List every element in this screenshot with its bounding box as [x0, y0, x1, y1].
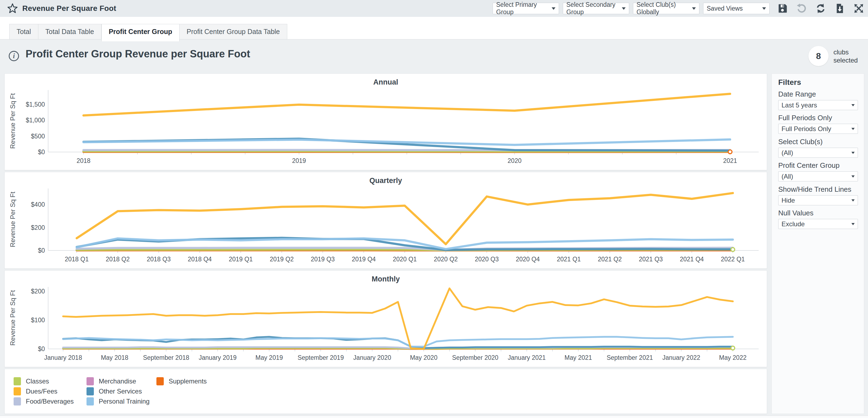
svg-text:2021 Q3: 2021 Q3	[639, 256, 663, 263]
svg-text:January 2019: January 2019	[198, 354, 237, 361]
svg-text:2020 Q3: 2020 Q3	[475, 256, 499, 263]
svg-text:2018 Q4: 2018 Q4	[188, 256, 212, 263]
svg-text:$400: $400	[31, 201, 45, 208]
chart-legend: Classes Dues/Fees Food/Beverages Merchan…	[4, 369, 767, 414]
svg-text:September 2018: September 2018	[143, 354, 189, 361]
tab-profit-center-group[interactable]: Profit Center Group	[101, 24, 180, 41]
svg-text:Revenue Per Sq Ft: Revenue Per Sq Ft	[9, 93, 16, 149]
svg-text:$0: $0	[38, 247, 45, 254]
svg-text:2021 Q2: 2021 Q2	[598, 256, 622, 263]
svg-text:2018 Q3: 2018 Q3	[147, 256, 170, 263]
chevron-down-icon	[851, 104, 855, 106]
clubs-selected-label: clubs selected	[833, 48, 866, 64]
svg-text:$500: $500	[31, 133, 45, 140]
svg-text:2022 Q1: 2022 Q1	[721, 256, 745, 263]
refresh-icon[interactable]	[815, 3, 826, 14]
select-primary-group[interactable]: Select Primary Group	[493, 3, 559, 14]
save-icon[interactable]	[777, 3, 788, 14]
svg-text:May 2021: May 2021	[564, 354, 592, 361]
chevron-down-icon	[851, 128, 855, 130]
tab-total-data-table[interactable]: Total Data Table	[38, 24, 101, 39]
svg-text:2018 Q2: 2018 Q2	[106, 256, 130, 263]
saved-views-select[interactable]: Saved Views	[703, 3, 770, 14]
food-beverages-swatch-icon	[13, 397, 21, 406]
supplements-swatch-icon	[156, 377, 164, 385]
profit-center-group-select[interactable]: (All)	[778, 171, 858, 182]
clubs-selected-count: 8	[808, 46, 829, 66]
svg-text:September 2021: September 2021	[607, 354, 653, 361]
svg-text:May 2019: May 2019	[255, 354, 283, 361]
svg-text:Revenue Per Sq Ft: Revenue Per Sq Ft	[9, 290, 16, 346]
svg-text:2020 Q1: 2020 Q1	[393, 256, 417, 263]
filter-full-periods: Full Periods Only Full Periods Only	[778, 114, 858, 134]
svg-text:2021: 2021	[723, 157, 737, 164]
monthly-chart-card: Monthly January 2018May 2018September 20…	[4, 270, 767, 367]
dues-fees-swatch-icon	[13, 387, 21, 395]
select-clubs-globally[interactable]: Select Club(s) Globally	[633, 3, 699, 14]
personal-training-swatch-icon	[87, 397, 94, 406]
tab-total[interactable]: Total	[9, 24, 38, 39]
svg-text:May 2018: May 2018	[101, 354, 128, 361]
undo-icon[interactable]	[796, 3, 807, 14]
svg-text:$0: $0	[38, 345, 45, 352]
annual-chart[interactable]: 2018201920202021$0$500$1,000$1,500Revenu…	[5, 86, 767, 170]
classes-swatch-icon	[13, 377, 21, 385]
svg-text:January 2020: January 2020	[353, 354, 391, 361]
null-values-select[interactable]: Exclude	[778, 219, 858, 229]
svg-text:2019 Q3: 2019 Q3	[311, 256, 335, 263]
svg-text:Revenue Per Sq Ft: Revenue Per Sq Ft	[9, 192, 16, 247]
svg-text:2019 Q1: 2019 Q1	[229, 256, 253, 263]
annual-chart-card: Annual 2018201920202021$0$500$1,000$1,50…	[4, 73, 767, 170]
svg-text:January 2018: January 2018	[44, 354, 82, 361]
svg-text:May 2020: May 2020	[410, 354, 437, 361]
chevron-down-icon	[851, 223, 855, 225]
favorite-star-icon[interactable]	[7, 3, 18, 14]
info-icon[interactable]: i	[8, 50, 20, 62]
monthly-chart-title: Monthly	[5, 270, 767, 283]
svg-text:May 2022: May 2022	[719, 354, 746, 361]
svg-text:$1,000: $1,000	[26, 117, 45, 124]
chevron-down-icon	[851, 199, 855, 201]
monthly-chart[interactable]: January 2018May 2018September 2018Januar…	[5, 283, 767, 367]
quarterly-chart[interactable]: 2018 Q12018 Q22018 Q32018 Q42019 Q12019 …	[5, 185, 767, 268]
svg-text:2020: 2020	[507, 157, 522, 164]
svg-text:2018 Q1: 2018 Q1	[65, 256, 89, 263]
legend-item-food-beverages: Food/Beverages	[13, 397, 87, 406]
chevron-down-icon	[762, 7, 766, 10]
svg-text:i: i	[13, 52, 15, 60]
legend-item-supplements: Supplements	[156, 377, 207, 385]
app-header: Revenue Per Square Foot Select Primary G…	[0, 0, 868, 17]
svg-text:September 2020: September 2020	[452, 354, 498, 361]
svg-text:January 2021: January 2021	[508, 354, 546, 361]
date-range-select[interactable]: Last 5 years	[778, 100, 858, 110]
legend-item-classes: Classes	[13, 377, 87, 385]
tab-strip: Total Total Data Table Profit Center Gro…	[0, 17, 868, 39]
chevron-down-icon	[622, 7, 626, 10]
svg-text:$1,500: $1,500	[26, 101, 45, 108]
chevron-down-icon	[851, 152, 855, 154]
page-title-row: i Profit Center Group Revenue per Square…	[0, 39, 868, 73]
download-icon[interactable]	[834, 3, 845, 14]
filters-title: Filters	[778, 78, 801, 87]
chevron-down-icon	[851, 175, 855, 178]
full-periods-select[interactable]: Full Periods Only	[778, 124, 858, 134]
chevron-down-icon	[552, 7, 555, 10]
trend-lines-select[interactable]: Hide	[778, 195, 858, 205]
select-clubs-select[interactable]: (All)	[778, 148, 858, 158]
legend-item-other-services: Other Services	[87, 387, 156, 395]
svg-text:2020 Q2: 2020 Q2	[434, 256, 458, 263]
quarterly-chart-title: Quarterly	[5, 172, 767, 185]
expand-icon[interactable]	[853, 3, 864, 14]
svg-text:2021 Q4: 2021 Q4	[680, 256, 704, 263]
select-secondary-group[interactable]: Select Secondary Group	[563, 3, 629, 14]
tab-profit-center-group-data-table[interactable]: Profit Center Group Data Table	[180, 24, 287, 39]
filter-null-values: Null Values Exclude	[778, 209, 858, 229]
svg-text:$200: $200	[31, 224, 45, 231]
filter-select-clubs: Select Club(s) (All)	[778, 138, 858, 158]
bottom-scrollbar-strip[interactable]	[0, 416, 868, 418]
svg-text:2019 Q2: 2019 Q2	[270, 256, 294, 263]
svg-text:2018: 2018	[76, 157, 90, 164]
legend-item-personal-training: Personal Training	[87, 397, 156, 406]
svg-text:2020 Q4: 2020 Q4	[516, 256, 540, 263]
other-services-swatch-icon	[87, 387, 94, 395]
